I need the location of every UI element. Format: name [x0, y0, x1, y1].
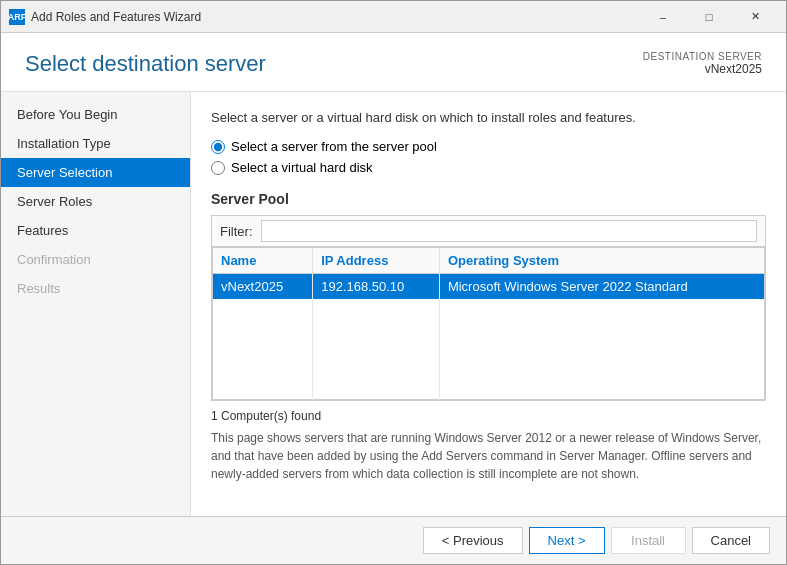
content-area: Select a server or a virtual hard disk o…: [191, 92, 786, 516]
cell-os: Microsoft Windows Server 2022 Standard: [439, 274, 764, 300]
cancel-button[interactable]: Cancel: [692, 527, 770, 554]
filter-label: Filter:: [220, 224, 253, 239]
main-window: ARF Add Roles and Features Wizard – □ ✕ …: [0, 0, 787, 565]
sidebar: Before You Begin Installation Type Serve…: [1, 92, 191, 516]
next-button[interactable]: Next >: [529, 527, 605, 554]
content-description: Select a server or a virtual hard disk o…: [211, 110, 766, 125]
server-table-wrapper: Name IP Address Operating System vNext20…: [211, 247, 766, 401]
sidebar-item-features[interactable]: Features: [1, 216, 190, 245]
col-os[interactable]: Operating System: [439, 248, 764, 274]
empty-row-1: [213, 299, 765, 319]
window-controls: – □ ✕: [640, 1, 778, 33]
col-ip[interactable]: IP Address: [313, 248, 440, 274]
col-name[interactable]: Name: [213, 248, 313, 274]
empty-row-5: [213, 379, 765, 399]
server-table: Name IP Address Operating System vNext20…: [212, 248, 765, 400]
description-text: This page shows servers that are running…: [211, 429, 766, 483]
cell-name: vNext2025: [213, 274, 313, 300]
table-row[interactable]: vNext2025 192.168.50.10 Microsoft Window…: [213, 274, 765, 300]
radio-select-server-input[interactable]: [211, 140, 225, 154]
radio-group: Select a server from the server pool Sel…: [211, 139, 766, 175]
sidebar-item-server-selection[interactable]: Server Selection: [1, 158, 190, 187]
radio-select-vhd[interactable]: Select a virtual hard disk: [211, 160, 766, 175]
close-button[interactable]: ✕: [732, 1, 778, 33]
server-pool-section: Server Pool Filter: Name IP Address Oper…: [211, 191, 766, 483]
sidebar-item-confirmation: Confirmation: [1, 245, 190, 274]
filter-input[interactable]: [261, 220, 758, 242]
page-title: Select destination server: [25, 51, 266, 77]
empty-row-2: [213, 319, 765, 339]
destination-label: DESTINATION SERVER: [643, 51, 762, 62]
footer: < Previous Next > Install Cancel: [1, 516, 786, 564]
main-content: Before You Begin Installation Type Serve…: [1, 92, 786, 516]
destination-value: vNext2025: [643, 62, 762, 76]
sidebar-item-results: Results: [1, 274, 190, 303]
computers-found: 1 Computer(s) found: [211, 409, 766, 423]
install-button[interactable]: Install: [611, 527, 686, 554]
sidebar-item-server-roles[interactable]: Server Roles: [1, 187, 190, 216]
maximize-button[interactable]: □: [686, 1, 732, 33]
destination-server-info: DESTINATION SERVER vNext2025: [643, 51, 762, 76]
window-title: Add Roles and Features Wizard: [31, 10, 640, 24]
empty-row-3: [213, 339, 765, 359]
sidebar-item-before-you-begin[interactable]: Before You Begin: [1, 100, 190, 129]
titlebar: ARF Add Roles and Features Wizard – □ ✕: [1, 1, 786, 33]
radio-select-vhd-input[interactable]: [211, 161, 225, 175]
previous-button[interactable]: < Previous: [423, 527, 523, 554]
sidebar-item-installation-type[interactable]: Installation Type: [1, 129, 190, 158]
radio-select-server[interactable]: Select a server from the server pool: [211, 139, 766, 154]
minimize-button[interactable]: –: [640, 1, 686, 33]
app-icon: ARF: [9, 9, 25, 25]
empty-row-4: [213, 359, 765, 379]
cell-ip: 192.168.50.10: [313, 274, 440, 300]
header-bar: Select destination server DESTINATION SE…: [1, 33, 786, 92]
server-pool-title: Server Pool: [211, 191, 766, 207]
filter-row: Filter:: [211, 215, 766, 247]
